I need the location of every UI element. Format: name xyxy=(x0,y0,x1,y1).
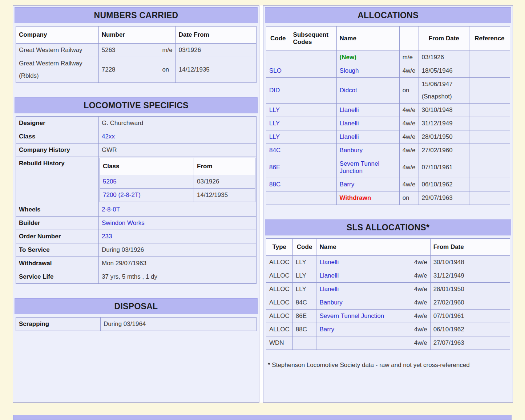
cell-name: Slough xyxy=(336,64,399,78)
shed-code-link[interactable]: 84C xyxy=(269,147,280,154)
table-row: Builder Swindon Works xyxy=(16,217,257,230)
shed-code-link[interactable]: 88C xyxy=(269,181,280,188)
cell-code: LLY xyxy=(266,130,290,144)
cell-name: Barry xyxy=(316,323,411,336)
cell-code: 84C xyxy=(292,296,316,310)
shed-name-link[interactable]: Llanelli xyxy=(340,120,359,127)
cell-name: Banbury xyxy=(336,144,399,157)
cell-from-date: 06/10/1962 xyxy=(419,178,469,191)
right-panel: ALLOCATIONS Code Subsequent Codes Name F… xyxy=(263,5,513,403)
cell-reference xyxy=(469,104,510,117)
cell-code: LLY xyxy=(266,117,290,130)
withdrawn-status-text: Withdrawn xyxy=(340,194,371,201)
col-subsequent-codes: Subsequent Codes xyxy=(290,27,336,51)
service-life-value: 37 yrs, 5 mths , 1 dy xyxy=(99,270,257,284)
table-row: Order Number 233 xyxy=(16,230,257,243)
table-row: 5205 03/1926 xyxy=(100,175,255,189)
from-date-note: (Snapshot) xyxy=(422,88,466,100)
locomotive-specifics-title: LOCOMOTIVE SPECIFICS xyxy=(15,97,258,113)
to-service-label: To Service xyxy=(16,243,99,257)
shed-name-link[interactable]: Llanelli xyxy=(340,133,359,140)
order-number-link[interactable]: 233 xyxy=(102,233,112,240)
table-row: Withdrawn on 29/07/1963 xyxy=(266,191,510,205)
cell-name: Llanelli xyxy=(336,117,399,130)
rebuild-class-link[interactable]: 5205 xyxy=(103,178,117,185)
numbers-carried-title: NUMBERS CARRIED xyxy=(15,7,258,23)
cell-name: Severn Tunnel Junction xyxy=(316,310,411,323)
shed-code-link[interactable]: SLO xyxy=(269,67,282,74)
shed-name-link[interactable]: Severn Tunnel Junction xyxy=(340,160,380,174)
shed-name-link[interactable]: Llanelli xyxy=(340,106,359,113)
table-row: ALLOC 88C Barry 4w/e 06/10/1962 xyxy=(266,323,510,336)
shed-name-link[interactable]: Barry xyxy=(319,326,334,333)
cell-from-date: 27/02/1960 xyxy=(430,296,510,310)
cell-type: ALLOC xyxy=(266,269,293,283)
builder-link[interactable]: Swindon Works xyxy=(102,219,145,226)
cell-qualifier: 4w/e xyxy=(411,269,430,283)
cell-qualifier: 4w/e xyxy=(411,296,430,310)
table-row: ALLOC 84C Banbury 4w/e 27/02/1960 xyxy=(266,296,510,310)
cell-type: ALLOC xyxy=(266,296,293,310)
cell-number: 7228 xyxy=(98,57,159,83)
table-row: ALLOC LLY Llanelli 4w/e 30/10/1948 xyxy=(266,256,510,269)
rebuild-class-cell: 5205 xyxy=(100,175,194,189)
shed-code-link[interactable]: LLY xyxy=(269,120,280,127)
cell-subsequent-codes xyxy=(290,191,336,205)
cell-type: ALLOC xyxy=(266,323,293,336)
table-row: Great Western Railway (Rblds) 7228 on 14… xyxy=(16,57,257,83)
cell-qualifier: on xyxy=(399,191,419,205)
numbers-carried-table: Company Number Date From Great Western R… xyxy=(16,26,257,83)
cell-qualifier: 4w/e xyxy=(411,323,430,336)
shed-name-link[interactable]: Barry xyxy=(340,181,355,188)
col-from-date: From Date xyxy=(419,27,469,51)
table-row: LLY Llanelli 4w/e 31/12/1949 xyxy=(266,117,510,130)
rebuild-class-cell: 7200 (2-8-2T) xyxy=(100,189,194,202)
col-company: Company xyxy=(16,27,99,44)
shed-code-link[interactable]: 86E xyxy=(269,164,280,171)
cell-name: Didcot xyxy=(336,78,399,104)
shed-code-link[interactable]: LLY xyxy=(269,106,280,113)
cell-qualifier: 4w/e xyxy=(411,310,430,323)
rebuild-from-cell: 03/1926 xyxy=(194,175,255,189)
shed-name-link[interactable]: Slough xyxy=(340,67,359,74)
cell-reference xyxy=(469,78,510,104)
order-number-label: Order Number xyxy=(16,230,99,243)
table-row: LLY Llanelli 4w/e 30/10/1948 xyxy=(266,104,510,117)
shed-name-link[interactable]: Severn Tunnel Junction xyxy=(319,312,384,319)
rebuild-class-link[interactable]: 7200 (2-8-2T) xyxy=(103,191,141,198)
wheels-link[interactable]: 2-8-0T xyxy=(102,206,120,213)
cell-code: LLY xyxy=(292,269,316,283)
cell-code xyxy=(266,191,290,205)
table-row: Scrapping During 03/1964 xyxy=(16,318,257,331)
col-type: Type xyxy=(266,239,293,256)
table-row: DID Didcot on 15/06/1947 (Snapshot) xyxy=(266,78,510,104)
table-row: 84C Banbury 4w/e 27/02/1960 xyxy=(266,144,510,157)
col-reference: Reference xyxy=(469,27,510,51)
table-row: ALLOC 86E Severn Tunnel Junction 4w/e 07… xyxy=(266,310,510,323)
disposal-table: Scrapping During 03/1964 xyxy=(16,317,257,331)
shed-code-link[interactable]: LLY xyxy=(269,133,280,140)
table-row: Withdrawal Mon 29/07/1963 xyxy=(16,257,257,270)
class-link[interactable]: 42xx xyxy=(102,133,115,140)
cell-date-from: 14/12/1935 xyxy=(175,57,256,83)
table-row: Class 42xx xyxy=(16,130,257,144)
table-row: Rebuild History Class From 5205 03/1926 xyxy=(16,157,257,203)
shed-name-link[interactable]: Banbury xyxy=(319,299,342,306)
col-rebuild-class: Class xyxy=(100,158,194,175)
shed-name-link[interactable]: Llanelli xyxy=(319,272,339,279)
cell-name: Llanelli xyxy=(336,130,399,144)
shed-name-link[interactable]: Llanelli xyxy=(319,286,339,292)
cell-from-date: 29/07/1963 xyxy=(419,191,469,205)
designer-label: Designer xyxy=(16,117,99,130)
shed-name-link[interactable]: Banbury xyxy=(340,147,363,154)
shed-name-link[interactable]: Didcot xyxy=(340,87,357,94)
cell-qualifier: m/e xyxy=(159,44,175,57)
cell-reference xyxy=(469,178,510,191)
col-name: Name xyxy=(336,27,399,51)
table-row: Wheels 2-8-0T xyxy=(16,203,257,217)
cell-qualifier: 4w/e xyxy=(399,157,419,178)
shed-name-link[interactable]: Llanelli xyxy=(319,259,339,266)
cell-type: WDN xyxy=(266,336,293,350)
cell-subsequent-codes xyxy=(290,157,336,178)
shed-code-link[interactable]: DID xyxy=(269,87,280,94)
